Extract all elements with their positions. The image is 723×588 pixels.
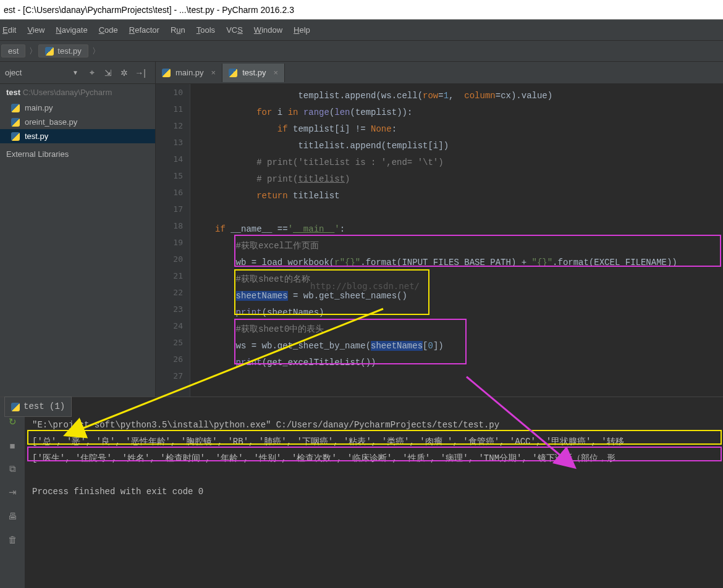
- menu-edit[interactable]: Edit: [2, 25, 16, 35]
- project-root[interactable]: test C:\Users\danay\Pycharm: [0, 84, 155, 101]
- menu-navigate[interactable]: Navigate: [56, 25, 87, 35]
- console-output-line: ['医生', '住院号', '姓名', '检查时间', '年龄', '性别', …: [32, 450, 615, 467]
- line-number: 15: [156, 171, 183, 180]
- chevron-right-icon: 〉: [92, 46, 100, 57]
- line-number: 27: [156, 371, 183, 380]
- code-line[interactable]: if __name__ =='__main__':: [215, 221, 345, 238]
- trash-icon[interactable]: 🗑: [6, 533, 19, 545]
- console-exit: Process finished with exit code 0: [32, 484, 203, 500]
- python-icon: [229, 69, 237, 77]
- line-number: 12: [156, 121, 183, 130]
- tool-row: oject ▼ ⌖ ⇲ ✲ →| main.py × test.py ×: [0, 62, 723, 84]
- menu-vcs[interactable]: VCS: [226, 25, 243, 35]
- line-number: 20: [156, 254, 183, 264]
- line-number: 19: [156, 238, 183, 247]
- line-gutter: 101112131415161718192021222324252627: [156, 84, 190, 397]
- file-main-py[interactable]: main.py: [0, 101, 155, 115]
- python-icon: [45, 47, 54, 56]
- breadcrumb-bar: est 〉 test.py 〉: [0, 41, 723, 62]
- stop-icon[interactable]: ■: [6, 439, 19, 452]
- code-line[interactable]: #获取sheet的名称: [215, 271, 310, 288]
- line-number: 21: [156, 271, 183, 280]
- editor-tabs: main.py × test.py ×: [156, 62, 723, 83]
- python-icon: [162, 69, 171, 77]
- run-tab[interactable]: test (1): [4, 397, 72, 417]
- line-number: 17: [156, 204, 183, 214]
- file-test-py[interactable]: test.py: [0, 129, 155, 143]
- rerun-icon[interactable]: ↻: [6, 416, 19, 428]
- layout-icon[interactable]: ⧉: [6, 463, 19, 475]
- code-line[interactable]: for i in range(len(templist)):: [215, 104, 412, 121]
- code-line[interactable]: return titlelist: [215, 188, 340, 204]
- line-number: 26: [156, 355, 183, 364]
- watermark-text: http://blog.csdn.net/: [310, 281, 420, 291]
- line-number: 16: [156, 188, 183, 197]
- file-oreint-base-py[interactable]: oreint_base.py: [0, 115, 155, 129]
- code-line[interactable]: wb = load_workbook(r"{}".format(INPUT_FI…: [215, 254, 677, 271]
- code-line[interactable]: templist.append(ws.cell(row=1, column=cx…: [215, 88, 552, 104]
- python-icon: [11, 118, 20, 127]
- code-line[interactable]: ws = wb.get_sheet_by_name(sheetNames[0]): [215, 338, 444, 355]
- tab-test-py[interactable]: test.py ×: [222, 64, 285, 82]
- code-line[interactable]: # print(titlelist): [215, 171, 350, 188]
- export-icon[interactable]: ⇥: [6, 486, 19, 498]
- window-title: est - [C:\Users\danay\PycharmProjects\te…: [0, 0, 723, 20]
- line-number: 25: [156, 338, 183, 347]
- project-tool-header[interactable]: oject ▼ ⌖ ⇲ ✲ →|: [0, 62, 156, 83]
- project-tree[interactable]: test C:\Users\danay\Pycharm main.py orei…: [0, 84, 156, 397]
- console-output[interactable]: test (1) "E:\project soft\python3.5\inst…: [25, 397, 723, 588]
- code-line[interactable]: # print('titleList is : ',end= '\t'): [215, 154, 444, 171]
- code-line[interactable]: #获取sheet0中的表头: [215, 321, 324, 338]
- hide-icon[interactable]: →|: [135, 68, 145, 78]
- menu-code[interactable]: Code: [99, 25, 118, 35]
- menu-run[interactable]: Run: [171, 25, 185, 35]
- chevron-right-icon: 〉: [29, 46, 37, 57]
- code-line[interactable]: titlelist.append(templist[i]): [215, 138, 449, 154]
- menu-window[interactable]: Window: [254, 25, 282, 35]
- python-icon: [11, 132, 20, 141]
- menu-bar: Edit View Navigate Code Refactor Run Too…: [0, 20, 723, 41]
- code-editor[interactable]: 101112131415161718192021222324252627 tem…: [156, 84, 723, 397]
- line-number: 23: [156, 304, 183, 314]
- run-toolbar: ↻ ■ ⧉ ⇥ 🖶 🗑: [0, 397, 25, 588]
- menu-view[interactable]: View: [27, 25, 44, 35]
- python-icon: [11, 104, 20, 112]
- project-label: oject: [5, 68, 69, 77]
- line-number: 11: [156, 104, 183, 114]
- line-number: 13: [156, 138, 183, 147]
- chevron-down-icon: ▼: [72, 69, 78, 76]
- collapse-icon[interactable]: ⇲: [103, 68, 113, 78]
- menu-help[interactable]: Help: [294, 25, 310, 35]
- line-number: 24: [156, 321, 183, 330]
- target-icon[interactable]: ⌖: [87, 68, 97, 78]
- code-line[interactable]: print(sheetNames): [215, 304, 324, 321]
- menu-refactor[interactable]: Refactor: [129, 25, 159, 35]
- breadcrumb-root[interactable]: est: [1, 44, 25, 57]
- close-icon[interactable]: ×: [273, 68, 278, 77]
- console-command: "E:\project soft\python3.5\install\pytho…: [32, 417, 499, 434]
- python-icon: [11, 403, 20, 411]
- console-output-line: ['总', '恶', '良', '恶性年龄', '胸腔镜', 'RB', '肺癌…: [32, 434, 624, 450]
- code-line[interactable]: if templist[i] != None:: [215, 121, 397, 138]
- print-icon[interactable]: 🖶: [6, 510, 19, 522]
- gear-icon[interactable]: ✲: [119, 68, 129, 78]
- breadcrumb-file[interactable]: test.py: [38, 44, 88, 57]
- external-libraries[interactable]: External Libraries: [0, 146, 155, 162]
- code-line[interactable]: print(get_excelTitleList()): [215, 355, 376, 371]
- tab-main-py[interactable]: main.py ×: [156, 64, 222, 82]
- line-number: 10: [156, 88, 183, 97]
- line-number: 22: [156, 288, 183, 297]
- run-panel: ↻ ■ ⧉ ⇥ 🖶 🗑 test (1) "E:\project soft\py…: [0, 397, 723, 588]
- menu-tools[interactable]: Tools: [197, 25, 215, 35]
- line-number: 18: [156, 221, 183, 230]
- code-line[interactable]: #获取excel工作页面: [215, 238, 319, 254]
- line-number: 14: [156, 154, 183, 164]
- close-icon[interactable]: ×: [211, 68, 216, 77]
